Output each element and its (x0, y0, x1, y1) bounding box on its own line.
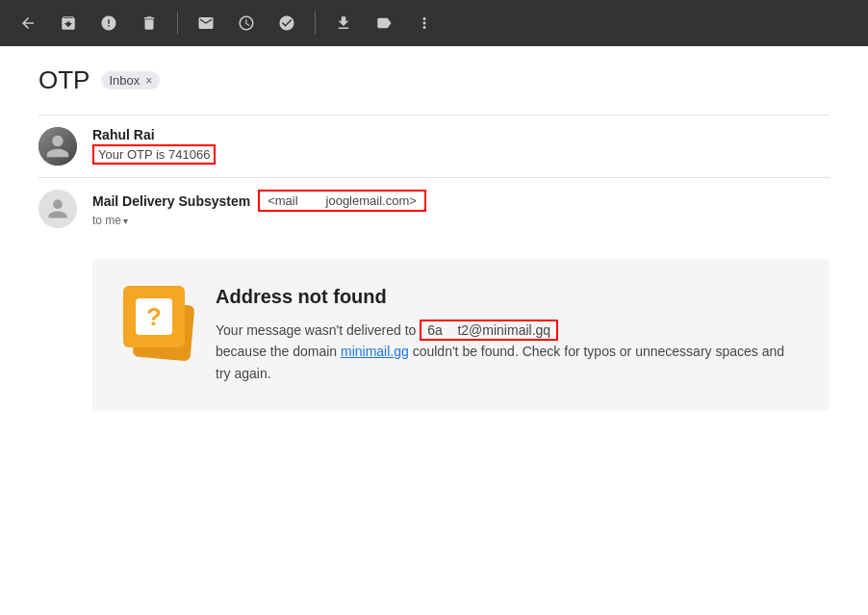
email-button[interactable] (190, 9, 222, 38)
error-text-section: Address not found Your message wasn't de… (216, 286, 799, 384)
email-meta-delivery: Mail Delivery Subsystem <mail jooglemail… (92, 190, 830, 227)
sender-email-box: <mail jooglemail.com> (258, 190, 426, 212)
clock-button[interactable] (230, 9, 263, 38)
archive-button[interactable] (52, 9, 85, 38)
avatar-delivery (38, 190, 77, 228)
error-link[interactable]: minimail.gg (341, 344, 409, 359)
divider-2 (315, 12, 316, 35)
sender-email-end: jooglemail.com> (326, 193, 417, 208)
sender-name-rahul: Rahul Rai (92, 127, 830, 142)
recipient-partial: 6a (427, 322, 443, 338)
sender-row: Mail Delivery Subsystem <mail jooglemail… (92, 190, 830, 212)
report-button[interactable] (92, 9, 125, 38)
email-item-rahul: Rahul Rai Your OTP is 741066 (38, 115, 830, 177)
email-content: OTP Inbox × Rahul Rai Your OTP is 741066… (0, 46, 868, 449)
toolbar (0, 0, 868, 46)
email-item-delivery: Mail Delivery Subsystem <mail jooglemail… (38, 177, 830, 240)
avatar-rahul (38, 127, 77, 166)
back-button[interactable] (12, 9, 44, 38)
label-button[interactable] (368, 9, 400, 38)
error-title: Address not found (216, 286, 799, 308)
otp-highlight: Your OTP is 741066 (92, 144, 216, 165)
email-preview-rahul: Your OTP is 741066 (92, 144, 830, 165)
error-icon-wrap: ? (123, 286, 192, 359)
recipient-end: t2@minimail.gq (457, 322, 550, 338)
email-meta-rahul: Rahul Rai Your OTP is 741066 (92, 127, 830, 165)
error-body-before: Your message wasn't delivered to (216, 322, 416, 338)
to-me-chevron: ▾ (123, 216, 128, 226)
to-me-label: to me (92, 214, 121, 227)
to-me-row[interactable]: to me ▾ (92, 214, 830, 227)
subject-row: OTP Inbox × (38, 65, 830, 95)
download-button[interactable] (327, 9, 360, 38)
check-button[interactable] (270, 9, 303, 38)
error-question-mark: ? (136, 298, 172, 335)
sender-name-delivery: Mail Delivery Subsystem (92, 193, 250, 209)
inbox-badge-label: Inbox (109, 73, 140, 88)
avatar-face (38, 127, 77, 166)
delete-button[interactable] (133, 9, 166, 38)
sender-email-partial: <mail (268, 193, 297, 208)
inbox-badge-close[interactable]: × (145, 74, 152, 88)
inbox-badge: Inbox × (101, 71, 160, 90)
error-body: Your message wasn't delivered to 6a t2@m… (216, 320, 799, 384)
error-card: ? Address not found Your message wasn't … (92, 259, 830, 411)
divider-1 (177, 12, 178, 35)
email-subject: OTP (38, 65, 89, 95)
error-body-middle: because the domain (216, 344, 337, 359)
error-recipient-box: 6a t2@minimail.gq (420, 320, 558, 341)
more-button[interactable] (408, 9, 441, 38)
